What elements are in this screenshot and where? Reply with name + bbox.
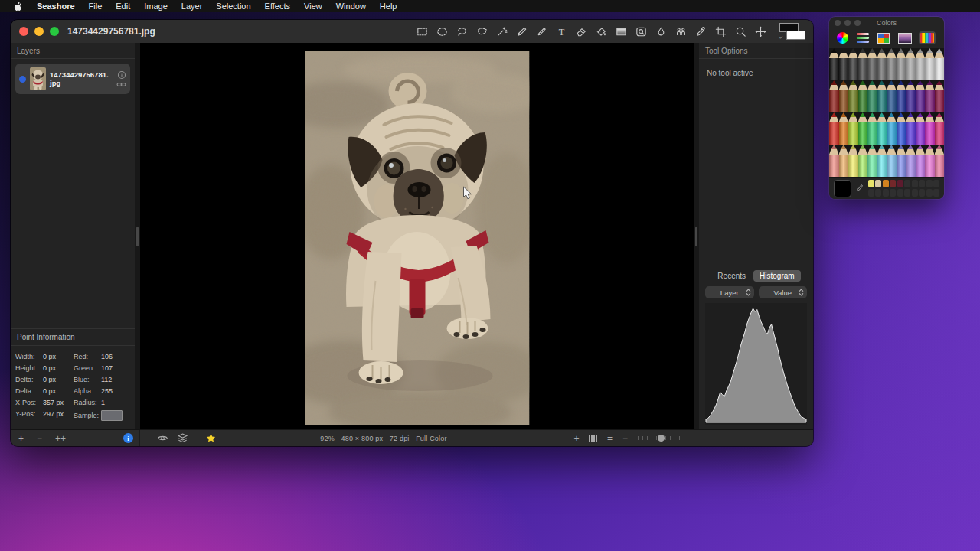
pencil-color[interactable] (925, 112, 935, 145)
tab-recents[interactable]: Recents (711, 270, 752, 282)
stamp-icon[interactable] (634, 24, 648, 38)
rect-select-icon[interactable] (415, 24, 429, 38)
menu-item-file[interactable]: File (82, 0, 109, 12)
pencil-color[interactable] (897, 80, 906, 112)
pencil-color[interactable] (935, 112, 945, 145)
zoom-slider-thumb[interactable] (658, 435, 665, 442)
empty-swatch-slot[interactable] (933, 180, 939, 187)
eye-icon[interactable] (157, 432, 168, 444)
pencil-color[interactable] (858, 145, 868, 177)
ellipse-select-icon[interactable] (435, 24, 449, 38)
pencil-color[interactable] (867, 112, 877, 145)
layer-dropdown[interactable]: Layer (705, 286, 754, 298)
empty-swatch-slot[interactable] (912, 189, 918, 197)
pencil-color[interactable] (906, 48, 916, 80)
menu-item-seashore[interactable]: Seashore (30, 0, 82, 12)
eraser-icon[interactable] (574, 24, 588, 38)
pencil-color[interactable] (887, 48, 897, 80)
pencil-color[interactable] (877, 112, 887, 145)
zoom-icon[interactable] (733, 24, 747, 38)
info-toggle-button[interactable]: i (123, 433, 133, 443)
layer-link-icon[interactable] (116, 81, 126, 88)
pencil-icon[interactable] (514, 24, 528, 38)
current-color-swatch[interactable] (834, 180, 851, 197)
empty-swatch-slot[interactable] (883, 189, 889, 197)
color-wheel-icon[interactable] (835, 31, 850, 45)
colors-minimize-button[interactable] (844, 20, 851, 26)
pencil-color[interactable] (848, 48, 858, 80)
pencil-color[interactable] (839, 112, 849, 145)
pencil-color[interactable] (897, 145, 906, 177)
smudge-icon[interactable] (654, 24, 668, 38)
pencil-color[interactable] (877, 145, 887, 177)
pencil-color[interactable] (897, 48, 906, 80)
brush-icon[interactable] (534, 24, 548, 38)
color-palette-icon[interactable] (876, 31, 891, 45)
menu-item-edit[interactable]: Edit (109, 0, 137, 12)
pencil-color[interactable] (877, 80, 887, 112)
layers-stack-icon[interactable] (177, 432, 188, 444)
pencil-color[interactable] (829, 145, 839, 177)
crop-icon[interactable] (714, 24, 727, 38)
gradient-icon[interactable] (614, 24, 628, 38)
eyedropper-icon[interactable] (694, 24, 707, 38)
menu-item-layer[interactable]: Layer (175, 0, 210, 12)
pencil-color[interactable] (906, 145, 916, 177)
menu-item-window[interactable]: Window (329, 0, 373, 12)
recent-swatch[interactable] (875, 180, 881, 187)
pencil-color[interactable] (829, 112, 839, 145)
value-dropdown[interactable]: Value (759, 286, 808, 298)
empty-swatch-slot[interactable] (919, 180, 925, 187)
pencil-color[interactable] (887, 80, 897, 112)
empty-swatch-slot[interactable] (926, 189, 933, 197)
color-wells[interactable]: ⤶ (778, 22, 805, 41)
swap-colors-icon[interactable]: ⤶ (779, 34, 782, 41)
pencil-color[interactable] (925, 80, 935, 112)
remove-layer-button[interactable]: − (37, 434, 55, 443)
pencil-color[interactable] (829, 80, 839, 112)
pencil-color[interactable] (848, 80, 858, 112)
recent-swatch[interactable] (897, 180, 903, 187)
panel-splitter-right[interactable] (694, 43, 699, 430)
empty-swatch-slot[interactable] (868, 189, 874, 197)
colors-close-button[interactable] (835, 20, 841, 26)
close-button[interactable] (19, 27, 28, 36)
pencil-color[interactable] (867, 80, 877, 112)
colors-titlebar[interactable]: Colors (829, 17, 944, 28)
bars-icon[interactable] (589, 435, 597, 442)
empty-swatch-slot[interactable] (933, 189, 939, 197)
color-image-icon[interactable] (897, 31, 913, 45)
lasso-icon[interactable] (455, 24, 469, 38)
pencil-color[interactable] (858, 48, 868, 80)
recent-swatch[interactable] (868, 180, 874, 187)
pencil-color[interactable] (887, 145, 897, 177)
empty-swatch-slot[interactable] (897, 189, 903, 197)
empty-swatch-slot[interactable] (890, 189, 896, 197)
layer-row[interactable]: 14734429756781.jpg (15, 64, 130, 94)
zoom-slider[interactable] (638, 434, 685, 442)
empty-swatch-slot[interactable] (904, 180, 910, 187)
pencil-color[interactable] (839, 80, 849, 112)
panel-splitter-left[interactable] (135, 43, 140, 430)
layer-visibility-dot[interactable] (19, 76, 26, 83)
pencil-color[interactable] (877, 48, 887, 80)
empty-swatch-slot[interactable] (912, 180, 918, 187)
clone-icon[interactable] (674, 24, 688, 38)
recent-swatch[interactable] (883, 180, 889, 187)
pencil-color[interactable] (858, 80, 868, 112)
menu-item-effects[interactable]: Effects (258, 0, 297, 12)
minimize-button[interactable] (34, 27, 44, 36)
eyedropper-icon[interactable] (855, 184, 864, 193)
pencil-color[interactable] (897, 112, 906, 145)
empty-swatch-slot[interactable] (904, 189, 910, 197)
window-titlebar[interactable]: 14734429756781.jpg T ⤶ (11, 20, 813, 44)
pencil-color[interactable] (935, 145, 945, 177)
pencil-color[interactable] (925, 145, 935, 177)
pencil-color[interactable] (916, 48, 926, 80)
bucket-icon[interactable] (594, 24, 608, 38)
duplicate-layer-button[interactable]: ++ (55, 434, 74, 443)
menu-item-selection[interactable]: Selection (209, 0, 257, 12)
recent-swatch[interactable] (890, 180, 896, 187)
zoom-out-button[interactable]: − (622, 434, 628, 443)
polygon-lasso-icon[interactable] (475, 24, 488, 38)
